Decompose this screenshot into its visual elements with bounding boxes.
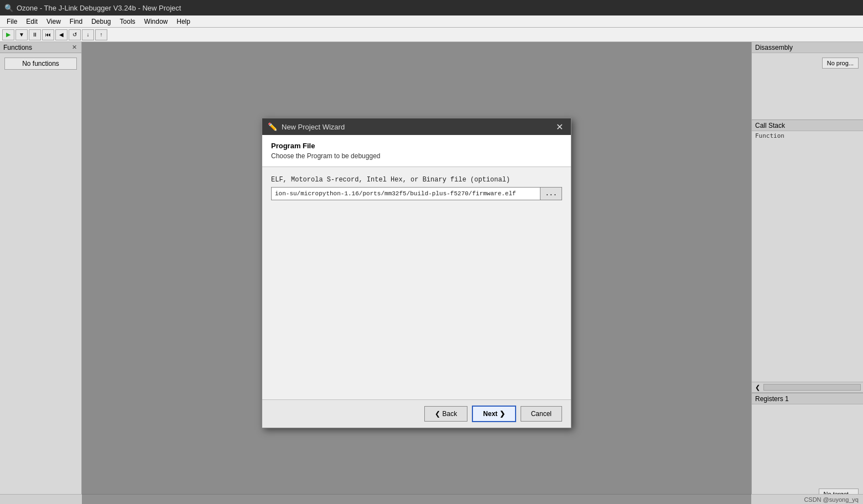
registers-title: Registers 1 <box>755 395 789 403</box>
dialog-header-section: Program File Choose the Program to be de… <box>262 135 571 167</box>
call-stack-header: Call Stack <box>752 120 863 131</box>
back-button[interactable]: ❮ Back <box>424 406 467 422</box>
registers-header: Registers 1 <box>752 393 863 404</box>
wizard-dialog: ✏️ New Project Wizard ✕ Program File Cho… <box>262 118 571 428</box>
disassembly-title: Disassembly <box>755 44 793 51</box>
step-back-button[interactable]: ⏮ <box>42 29 54 40</box>
status-credit: CSDN @suyong_yq <box>804 496 859 503</box>
menu-help[interactable]: Help <box>172 17 195 27</box>
functions-panel: Functions ✕ No functions <box>0 42 82 504</box>
call-stack-content <box>752 141 863 382</box>
horizontal-scrollbar[interactable] <box>763 384 861 391</box>
next-button[interactable]: Next ❯ <box>472 406 516 422</box>
registers-content: No target... <box>752 404 863 504</box>
disassembly-header: Disassembly <box>752 42 863 53</box>
collapse-btn-area: ❮ <box>752 382 863 393</box>
magnifier-icon: 🔍 <box>4 4 13 12</box>
step-out-button[interactable]: ↑ <box>95 29 107 40</box>
collapse-left-button[interactable]: ❮ <box>753 384 762 391</box>
center-area: ✏️ New Project Wizard ✕ Program File Cho… <box>82 42 751 504</box>
cancel-button[interactable]: Cancel <box>521 406 562 422</box>
dialog-title-bar: ✏️ New Project Wizard ✕ <box>262 118 571 135</box>
registers-section: Registers 1 No target... <box>752 393 863 504</box>
menu-file[interactable]: File <box>2 17 22 27</box>
functions-panel-title: Functions <box>3 44 32 51</box>
run-dropdown[interactable]: ▼ <box>15 29 28 40</box>
run-button[interactable]: ▶ <box>2 29 14 40</box>
wizard-field-label: ELF, Motorola S-record, Intel Hex, or Bi… <box>271 176 562 184</box>
wizard-file-input-row: ... <box>271 187 562 200</box>
call-stack-title: Call Stack <box>755 122 785 129</box>
wizard-close-button[interactable]: ✕ <box>554 122 565 132</box>
right-panel: Disassembly No prog... Call Stack Functi… <box>751 42 863 504</box>
menu-bar: File Edit View Find Debug Tools Window H… <box>0 15 863 28</box>
menu-window[interactable]: Window <box>140 17 173 27</box>
menu-find[interactable]: Find <box>65 17 87 27</box>
pause-button[interactable]: ⏸ <box>29 29 41 40</box>
menu-view[interactable]: View <box>42 17 65 27</box>
functions-panel-close[interactable]: ✕ <box>71 44 78 51</box>
dialog-footer: ❮ Back Next ❯ Cancel <box>262 399 571 428</box>
main-layout: Functions ✕ No functions ✏️ New Project … <box>0 42 863 504</box>
functions-panel-header: Functions ✕ <box>0 42 81 53</box>
menu-edit[interactable]: Edit <box>22 17 42 27</box>
step-in-button[interactable]: ↓ <box>82 29 94 40</box>
menu-tools[interactable]: Tools <box>116 17 140 27</box>
call-stack-section: Call Stack Function ❮ <box>752 120 863 393</box>
call-stack-column-function: Function <box>752 131 863 141</box>
menu-debug[interactable]: Debug <box>87 17 115 27</box>
title-bar: 🔍 Ozone - The J-Link Debugger V3.24b - N… <box>0 0 863 15</box>
wizard-header-title: Program File <box>271 142 562 150</box>
toolbar: ▶ ▼ ⏸ ⏮ ◀ ↺ ↓ ↑ <box>0 28 863 42</box>
disassembly-content: No prog... <box>752 53 863 119</box>
dialog-body: ELF, Motorola S-record, Intel Hex, or Bi… <box>262 167 571 399</box>
wizard-browse-button[interactable]: ... <box>540 188 562 200</box>
disassembly-section: Disassembly No prog... <box>752 42 863 120</box>
no-functions-button[interactable]: No functions <box>4 58 77 70</box>
reset-button[interactable]: ↺ <box>69 29 81 40</box>
wizard-header-subtitle: Choose the Program to be debugged <box>271 152 562 160</box>
wizard-icon: ✏️ <box>268 122 277 131</box>
modal-overlay: ✏️ New Project Wizard ✕ Program File Cho… <box>82 42 751 504</box>
wizard-file-input[interactable] <box>272 188 540 199</box>
no-prog-button[interactable]: No prog... <box>822 58 859 69</box>
step-over-button[interactable]: ◀ <box>55 29 67 40</box>
window-title: Ozone - The J-Link Debugger V3.24b - New… <box>17 4 181 12</box>
wizard-title: New Project Wizard <box>282 123 554 131</box>
